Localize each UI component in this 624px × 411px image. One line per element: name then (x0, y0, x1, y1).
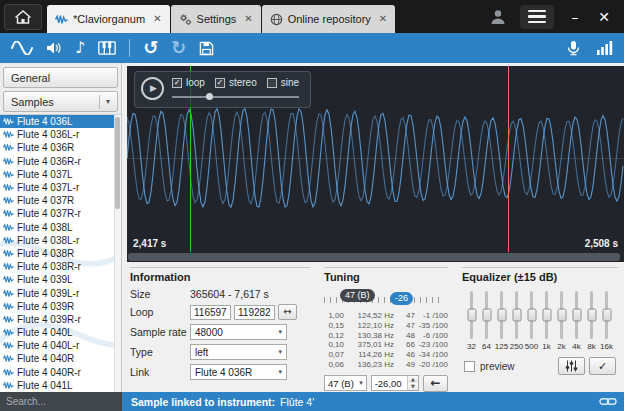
list-item[interactable]: Flute 4 037L-r (0, 181, 121, 194)
mixer-button[interactable] (558, 357, 585, 375)
list-item[interactable]: Flute 4 040L (0, 326, 121, 339)
play-button[interactable]: ▶ (141, 77, 164, 100)
tab-settings[interactable]: Settings ✕ (171, 5, 261, 33)
slider-handle[interactable] (467, 309, 476, 322)
general-button[interactable]: General (3, 67, 118, 88)
samples-dropdown[interactable]: Samples ▾ (3, 91, 118, 112)
loop-start-input[interactable]: 116597 (190, 305, 231, 320)
list-item[interactable]: Flute 4 037R-r (0, 207, 121, 220)
list-item[interactable]: Flute 4 040R-r (0, 366, 121, 379)
root-key-badge[interactable]: 47 (B) (340, 289, 375, 302)
volume-button[interactable] (46, 37, 62, 59)
correction-cell: -34 /100 (418, 350, 448, 360)
home-button[interactable] (4, 4, 42, 30)
list-item[interactable]: Flute 4 039L-r (0, 286, 121, 299)
root-key-select[interactable]: 47 (B) ▾ (324, 375, 367, 391)
zoom-slider[interactable] (172, 93, 299, 100)
preview-checkbox[interactable] (464, 361, 475, 372)
list-item[interactable]: Flute 4 039R (0, 300, 121, 313)
status-label: Sample linked to instrument: (131, 396, 275, 408)
loop-end-input[interactable]: 119282 (234, 305, 275, 320)
loop-end-marker[interactable] (508, 66, 509, 252)
search-input[interactable] (0, 392, 122, 411)
list-item[interactable]: Flute 4 037L (0, 168, 121, 181)
slider-handle[interactable] (206, 93, 213, 100)
correction-spinner[interactable]: -26,00 ▲ ▼ (371, 375, 419, 391)
correction-badge[interactable]: -26 (390, 292, 413, 305)
tab-online-repository[interactable]: Online repository ✕ (262, 5, 396, 33)
close-icon[interactable]: ✕ (379, 14, 387, 24)
eq-band-slider[interactable]: 500 (524, 291, 539, 351)
redo-button[interactable]: ↻ (171, 37, 186, 59)
spin-up-icon[interactable]: ▲ (408, 376, 418, 383)
tuning-ruler[interactable]: 47 (B) -26 (324, 288, 448, 308)
slider-handle[interactable] (497, 309, 506, 322)
list-item[interactable]: Flute 4 038L (0, 221, 121, 234)
eq-band-slider[interactable]: 2k (554, 291, 569, 351)
list-item[interactable]: Flute 4 041L (0, 379, 121, 392)
section-title: Equalizer (±15 dB) (462, 271, 618, 283)
spin-down-icon[interactable]: ▼ (408, 383, 418, 390)
list-item[interactable]: Flute 4 036R-r (0, 155, 121, 168)
minimize-button[interactable]: – (567, 10, 583, 24)
list-item[interactable]: Flute 4 039L (0, 273, 121, 286)
slider-handle[interactable] (527, 309, 536, 322)
list-item[interactable]: Flute 4 036R (0, 141, 121, 154)
waveform-display[interactable]: ▶ loop s (127, 66, 624, 252)
record-button[interactable] (565, 37, 582, 59)
key-cell: 48 (397, 331, 415, 341)
apply-back-button[interactable]: ← (423, 375, 448, 392)
eq-band-slider[interactable]: 250 (509, 291, 524, 351)
note-button[interactable]: ♪ (75, 37, 85, 59)
slider-handle[interactable] (512, 309, 521, 322)
link-select[interactable]: Flute 4 036R ▾ (190, 364, 287, 380)
eq-band-slider[interactable]: 16k (599, 291, 614, 351)
eq-band-slider[interactable]: 4k (569, 291, 584, 351)
eq-band-slider[interactable]: 125 (494, 291, 509, 351)
scrollbar-thumb[interactable] (128, 253, 620, 261)
slider-handle[interactable] (572, 309, 581, 322)
sample-rate-select[interactable]: 48000 ▾ (190, 324, 287, 340)
list-item[interactable]: Flute 4 040L-r (0, 339, 121, 352)
apply-eq-button[interactable]: ✓ (589, 357, 616, 375)
list-item[interactable]: Flute 4 038R-r (0, 260, 121, 273)
slider-handle[interactable] (557, 309, 566, 322)
waveform-icon (3, 289, 14, 298)
waveform-scrollbar[interactable] (127, 252, 624, 262)
eq-band-slider[interactable]: 1k (539, 291, 554, 351)
swap-loop-button[interactable]: ↔ (278, 304, 297, 320)
slider-handle[interactable] (602, 309, 611, 322)
eq-band-slider[interactable]: 64 (479, 291, 494, 351)
tab-claviorganum[interactable]: *Claviorganum ✕ (47, 5, 170, 33)
list-item[interactable]: Flute 4 038R (0, 247, 121, 260)
keyboard-button[interactable] (98, 37, 116, 59)
list-item[interactable]: Flute 4 039R-r (0, 313, 121, 326)
slider-handle[interactable] (587, 309, 596, 322)
list-item[interactable]: Flute 4 036L-r (0, 128, 121, 141)
list-item[interactable]: Flute 4 038L-r (0, 234, 121, 247)
list-item[interactable]: Flute 4 036L (0, 115, 121, 128)
window-close-button[interactable]: ✕ (596, 10, 612, 24)
save-button[interactable] (199, 37, 214, 59)
slider-handle[interactable] (542, 309, 551, 322)
playback-checkbox[interactable]: sine (267, 77, 299, 88)
eq-band-slider[interactable]: 8k (584, 291, 599, 351)
list-item[interactable]: Flute 4 040R (0, 352, 121, 365)
frequencies-button[interactable] (596, 37, 613, 59)
scrollbar-thumb[interactable] (115, 117, 120, 209)
waveform-icon (3, 354, 14, 363)
undo-button[interactable]: ↺ (143, 37, 158, 59)
close-icon[interactable]: ✕ (244, 14, 252, 24)
type-select[interactable]: left ▾ (190, 344, 287, 360)
user-icon[interactable] (489, 8, 507, 26)
eq-band-slider[interactable]: 32 (464, 291, 479, 351)
menu-button[interactable] (520, 5, 554, 29)
frequency-cell: 375,01 Hz (347, 340, 394, 350)
playback-checkbox[interactable]: loop (172, 77, 205, 88)
close-icon[interactable]: ✕ (153, 14, 161, 24)
list-item[interactable]: Flute 4 037R (0, 194, 121, 207)
playback-checkbox[interactable]: stereo (215, 77, 257, 88)
sidebar-scrollbar[interactable] (114, 115, 121, 392)
sample-editor-button[interactable] (11, 37, 33, 59)
slider-handle[interactable] (482, 309, 491, 322)
